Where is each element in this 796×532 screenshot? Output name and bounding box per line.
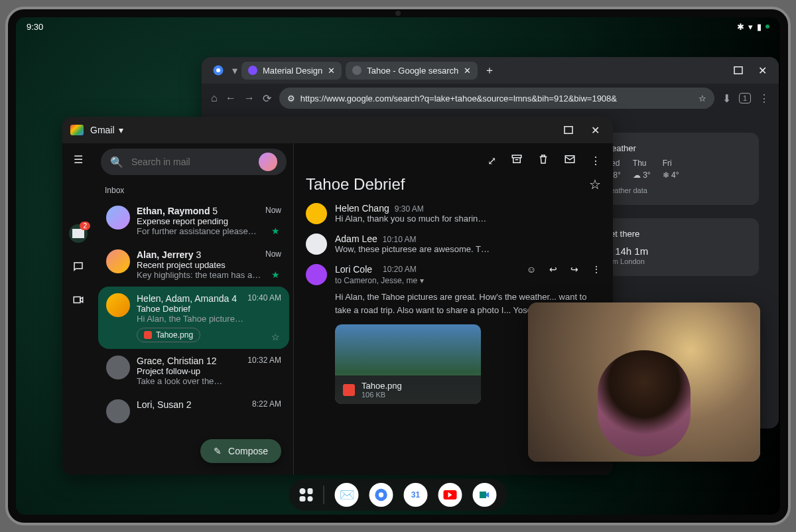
conversation-title: Tahoe Debrief ☆ (306, 175, 601, 194)
sender-avatar (306, 203, 327, 224)
tab-material-design[interactable]: Material Design ✕ (241, 62, 342, 80)
taskbar-calendar[interactable]: 31 (404, 483, 428, 507)
star-icon[interactable]: ★ (271, 226, 280, 236)
window-maximize-button[interactable] (559, 120, 578, 140)
thread-item-selected[interactable]: Helen, Adam, Amanda 410:40 AM Tahoe Debr… (98, 287, 289, 349)
sender-avatar (106, 206, 130, 230)
weather-temp: 3° (643, 170, 650, 180)
chevron-down-icon: ▾ (420, 276, 424, 285)
taskbar-gmail[interactable]: ✉️ (335, 483, 359, 507)
download-icon[interactable]: ⬇ (722, 92, 731, 105)
weather-temp: 4° (671, 170, 679, 180)
search-input[interactable] (131, 157, 251, 167)
message-collapsed[interactable]: Adam Lee10:10 AM Wow, these picturese ar… (306, 233, 601, 255)
window-close-button[interactable]: ✕ (752, 60, 772, 80)
forward-icon[interactable]: ↪ (570, 264, 578, 275)
close-tab-icon[interactable]: ✕ (464, 66, 471, 76)
app-drawer-icon[interactable] (300, 488, 313, 501)
status-dot (765, 25, 769, 29)
back-icon[interactable]: ← (226, 92, 236, 104)
star-icon[interactable]: ★ (271, 269, 280, 280)
image-icon (144, 331, 152, 339)
more-icon[interactable]: ⋮ (590, 155, 601, 167)
gmail-titlebar: Gmail ▾ ✕ (62, 117, 613, 143)
archive-icon[interactable] (511, 153, 523, 168)
chrome-tabstrip: ▾ Material Design ✕ Tahoe - Google sesar… (202, 57, 779, 84)
weather-temp: 8° (613, 170, 620, 180)
attachment-chip[interactable]: Tahoe.png (137, 328, 200, 342)
desktop: 9:30 ✱ ▾ ▮ ▾ Material Design ✕ (16, 17, 780, 515)
inbox-label: Inbox (94, 180, 293, 199)
chevron-down-icon: ▾ (119, 125, 123, 135)
tab-label: Tahoe - Google sesarch (367, 66, 458, 76)
image-file-icon (343, 384, 355, 396)
forward-icon[interactable]: → (244, 92, 255, 104)
sender-avatar (106, 293, 130, 317)
sender-avatar (106, 356, 130, 379)
thread-item[interactable]: Alan, Jerrery 3Now Recent project update… (98, 243, 289, 287)
weather-day: Thu (633, 159, 647, 168)
tab-label: Material Design (263, 66, 322, 76)
tabs-count-badge[interactable]: 1 (739, 93, 751, 103)
more-icon[interactable]: ⋮ (592, 264, 601, 275)
weather-card[interactable]: Weather Wed☀ 8° Thu☁ 3° Fri❄ 4° Weather … (593, 133, 759, 205)
search-icon: 🔍 (110, 156, 123, 168)
star-icon[interactable]: ☆ (698, 94, 706, 103)
status-bar: 9:30 ✱ ▾ ▮ (16, 17, 780, 36)
search-bar[interactable]: 🔍 (101, 149, 287, 175)
get-there-card[interactable]: Get there ✈ 14h 1m from London (593, 218, 759, 276)
battery-icon: ▮ (757, 22, 762, 32)
tablet-frame: 9:30 ✱ ▾ ▮ ▾ Material Design ✕ (5, 7, 791, 525)
reply-icon[interactable]: ↩ (549, 264, 557, 275)
gmail-logo-icon (70, 125, 84, 135)
more-icon[interactable]: ⋮ (759, 92, 769, 105)
omnibox[interactable]: ⚙ https://www.google.com/search?q=lake+t… (279, 88, 714, 109)
gmail-app-label[interactable]: Gmail ▾ (90, 125, 123, 135)
svg-rect-4 (74, 297, 80, 303)
pencil-icon: ✎ (214, 446, 222, 456)
svg-point-8 (379, 492, 383, 497)
new-tab-button[interactable]: ＋ (482, 62, 498, 78)
taskbar-chrome[interactable] (369, 483, 393, 507)
thread-item[interactable]: Grace, Christian 1210:32 AM Project foll… (98, 349, 289, 393)
star-icon[interactable]: ☆ (271, 332, 280, 342)
compose-button[interactable]: ✎ Compose (200, 439, 281, 463)
account-avatar[interactable] (259, 153, 277, 171)
delete-icon[interactable] (537, 153, 549, 168)
sender-avatar (106, 399, 130, 423)
close-tab-icon[interactable]: ✕ (328, 66, 335, 76)
message-collapsed[interactable]: Helen Chang9:30 AM Hi Alan, thank you so… (306, 203, 601, 224)
svg-rect-9 (480, 492, 486, 498)
mail-icon[interactable]: 2 (69, 224, 88, 243)
taskbar-youtube[interactable] (438, 483, 462, 507)
home-icon[interactable]: ⌂ (211, 92, 218, 104)
tab-tahoe-search[interactable]: Tahoe - Google sesarch ✕ (346, 62, 478, 80)
status-time: 9:30 (27, 22, 43, 32)
video-pip[interactable] (528, 302, 760, 462)
meet-icon[interactable] (69, 291, 88, 309)
expand-icon[interactable]: ⤢ (488, 155, 496, 167)
chrome-dropdown-icon[interactable]: ▾ (232, 64, 237, 77)
thread-item[interactable]: Ethan, Raymond 5Now Expense report pendi… (98, 199, 289, 243)
gmail-nav-rail: ☰ 2 (62, 143, 94, 475)
window-close-button[interactable]: ✕ (585, 120, 605, 140)
chat-icon[interactable] (69, 257, 88, 276)
svg-rect-5 (512, 155, 521, 158)
emoji-icon[interactable]: ☺ (527, 264, 536, 275)
status-icons: ✱ ▾ ▮ (737, 22, 769, 32)
menu-icon[interactable]: ☰ (69, 150, 88, 168)
recipients-row[interactable]: to Cameron, Jesse, me ▾ (335, 276, 601, 285)
site-info-icon[interactable]: ⚙ (287, 94, 295, 103)
taskbar-meet[interactable] (473, 483, 497, 507)
reload-icon[interactable]: ⟳ (263, 92, 271, 105)
weather-title: Weather (604, 143, 748, 153)
taskbar: ✉️ 31 (289, 479, 507, 511)
sender-avatar (106, 249, 130, 273)
video-participant (598, 350, 691, 456)
thread-item[interactable]: Lori, Susan 28:22 AM (98, 393, 289, 430)
window-maximize-button[interactable] (728, 60, 748, 80)
svg-rect-2 (734, 67, 742, 74)
mark-unread-icon[interactable] (564, 153, 576, 168)
star-icon[interactable]: ☆ (589, 176, 601, 192)
attachment-preview[interactable]: Tahoe.png 106 KB ✕ (335, 324, 481, 404)
